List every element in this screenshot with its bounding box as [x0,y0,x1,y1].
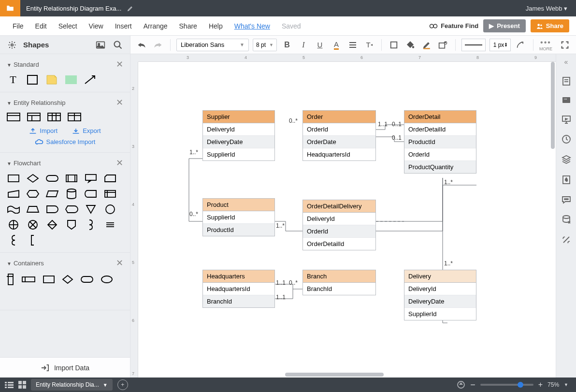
zoom-slider[interactable] [480,384,533,386]
fill-icon[interactable] [404,39,417,51]
zoom-in-icon[interactable]: + [538,380,543,389]
cont-3[interactable] [43,275,55,284]
line-width-select[interactable]: 1 px▴▾ [490,39,511,51]
doc-icon[interactable] [562,76,571,86]
cont-2[interactable] [21,276,36,283]
horizontal-scrollbar[interactable] [146,372,556,377]
text-style-icon[interactable]: T◂ [363,39,375,51]
text-color-icon[interactable]: A [330,39,343,51]
fc-internal[interactable] [103,189,117,199]
user-menu[interactable]: James Webb ▾ [526,5,576,12]
section-entity-rel[interactable]: Entity Relationship [14,99,66,106]
shape-options-icon[interactable] [437,39,449,51]
feature-find[interactable]: Feature Find [429,22,478,29]
fc-sort[interactable] [45,219,59,230]
close-section-icon[interactable]: ✕ [116,59,123,70]
close-section-icon[interactable]: ✕ [116,97,123,108]
list-view-icon[interactable] [0,381,18,388]
menu-edit[interactable]: Edit [29,19,53,33]
present-dock-icon[interactable] [562,115,571,124]
menu-whats-new[interactable]: What's New [229,19,276,33]
undo-icon[interactable] [135,39,148,51]
autosync-icon[interactable] [457,380,465,389]
er-shape-4[interactable] [68,113,81,121]
fc-brace-r[interactable] [84,219,98,230]
more-button[interactable]: •••MORE [539,38,552,51]
redo-icon[interactable] [152,39,164,51]
cont-4[interactable] [62,275,73,284]
quote-icon[interactable]: "" [562,97,571,104]
font-select[interactable]: Liberation Sans▼ [176,39,249,51]
drop-icon[interactable] [562,175,571,185]
history-icon[interactable] [562,134,571,144]
folder-icon[interactable] [0,0,20,16]
er-shape-1[interactable] [7,113,20,121]
fc-trapezoid[interactable] [26,204,40,215]
add-page-button[interactable]: + [117,379,128,390]
fc-terminator[interactable] [45,173,59,184]
cont-1[interactable] [7,273,14,286]
menu-select[interactable]: Select [53,19,83,33]
cont-5[interactable] [80,276,94,283]
magic-icon[interactable] [562,235,571,245]
fc-card[interactable] [103,173,117,184]
zoom-out-icon[interactable]: − [470,380,475,390]
entity-order[interactable]: Order OrderId OrderDate HeadquartersId [302,110,376,161]
entity-branch[interactable]: Branch BranchId [302,270,376,295]
menu-help[interactable]: Help [203,19,229,33]
font-size-select[interactable]: 8 pt▼ [253,39,277,51]
fc-predef[interactable] [65,173,78,184]
fc-brace-l[interactable] [7,235,20,246]
collapse-dock-icon[interactable]: « [564,58,568,66]
underline-icon[interactable]: U [314,39,326,51]
import-link[interactable]: Import [29,127,58,134]
canvas[interactable]: Supplier DeliveryId DeliveryDate Supplie… [138,62,556,377]
search-icon[interactable] [112,39,124,51]
section-containers[interactable]: Containers [14,260,44,267]
data-icon[interactable] [562,215,571,224]
note-shape[interactable] [45,74,58,85]
text-shape[interactable]: T [7,74,19,85]
fc-storage[interactable] [84,189,98,199]
line-arrow-icon[interactable] [515,39,527,51]
menu-insert[interactable]: Insert [109,19,138,33]
fc-manual-input[interactable] [7,189,20,199]
entity-supplier[interactable]: Supplier DeliveryId DeliveryDate Supplie… [202,110,275,161]
entity-delivery[interactable]: Delivery DeliveryId DeliveryDate Supplie… [404,270,476,320]
share-button[interactable]: Share [531,19,569,32]
fc-sum[interactable] [7,219,20,230]
menu-arrange[interactable]: Arrange [138,19,173,33]
fc-parallelogram[interactable] [45,189,59,199]
cont-6[interactable] [101,275,113,284]
line-style-select[interactable] [461,39,486,51]
fc-rect[interactable] [7,173,20,184]
stroke-color-icon[interactable] [420,39,433,51]
layers-icon[interactable] [562,155,571,164]
fc-or[interactable] [26,219,40,230]
comment-icon[interactable] [562,195,571,204]
page-tab[interactable]: Entity Relationship Dia...▼ [31,379,113,391]
section-standard[interactable]: Standard [14,61,39,68]
arrow-shape[interactable] [84,74,97,85]
rect-shape[interactable] [26,74,39,85]
present-button[interactable]: ▶ Present [483,19,526,32]
close-section-icon[interactable]: ✕ [116,158,123,168]
document-title[interactable]: Entity Relationship Diagram Exa... [20,5,127,12]
fc-delay[interactable] [45,204,59,215]
menu-share[interactable]: Share [173,19,203,33]
grid-view-icon[interactable] [18,381,26,389]
entity-headquarters[interactable]: Headquarters HeadquartersId BranchId [202,270,275,308]
align-icon[interactable] [346,39,359,51]
fc-bracket[interactable] [26,235,40,246]
section-flowchart[interactable]: Flowchart [14,160,41,167]
edit-title-icon[interactable] [127,5,134,12]
entity-order-detail-delivery[interactable]: OrderDetailDelivery DeliveryId OrderId O… [302,200,376,250]
export-link[interactable]: Export [72,127,101,134]
vertical-scrollbar[interactable] [551,62,555,149]
fullscreen-icon[interactable] [559,39,571,51]
fc-triangle[interactable] [84,204,98,215]
er-shape-2[interactable] [27,113,41,121]
fc-cylinder[interactable] [65,189,78,199]
fc-wave[interactable] [7,204,20,215]
close-section-icon[interactable]: ✕ [116,258,123,268]
